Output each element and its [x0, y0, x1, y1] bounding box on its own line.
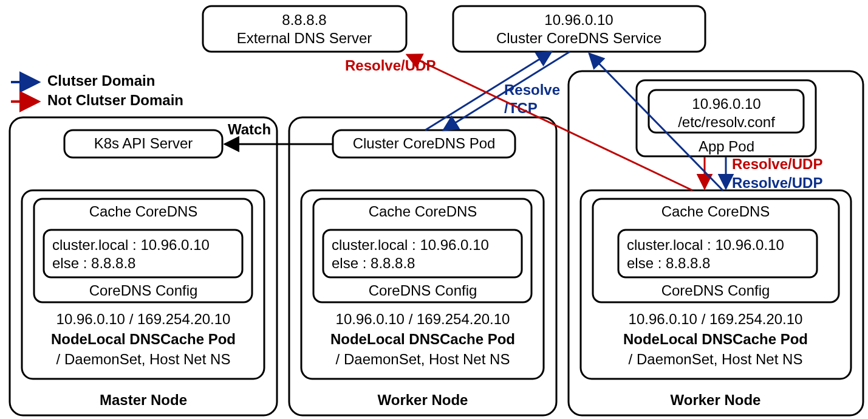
node-title-master: Master Node [100, 392, 187, 408]
cfg-line1-w1: cluster.local : 10.96.0.10 [332, 237, 489, 253]
label-resolve: Resolve [504, 81, 560, 98]
cache-label-2: Cache CoreDNS [369, 203, 477, 220]
podsub-w2: / DaemonSet, Host Net NS [629, 351, 803, 367]
cfg-line2-m: else : 8.8.8.8 [52, 255, 135, 271]
cfg-label-w1: CoreDNS Config [369, 282, 477, 299]
legend-cluster: Clutser Domain [47, 72, 155, 89]
cluster-service-ip: 10.96.0.10 [544, 12, 613, 28]
ips-m: 10.96.0.10 / 169.254.20.10 [56, 311, 231, 327]
cfg-line2-w1: else : 8.8.8.8 [332, 255, 415, 271]
label-udp-blue: Resolve/UDP [732, 175, 822, 191]
external-dns-label: External DNS Server [237, 30, 372, 46]
podname-m: NodeLocal DNSCache Pod [51, 331, 236, 347]
resolv-ip: 10.96.0.10 [692, 95, 760, 112]
ips-w1: 10.96.0.10 / 169.254.20.10 [336, 311, 510, 327]
label-watch: Watch [228, 121, 271, 137]
api-server-label: K8s API Server [94, 135, 193, 151]
nodelocal-worker-2: Cache CoreDNS cluster.local : 10.96.0.10… [581, 190, 851, 379]
ips-w2: 10.96.0.10 / 169.254.20.10 [629, 311, 803, 327]
cluster-service-label: Cluster CoreDNS Service [496, 30, 661, 46]
podsub-w1: / DaemonSet, Host Net NS [336, 351, 510, 367]
nodelocal-master: Cache CoreDNS cluster.local : 10.96.0.10… [22, 190, 264, 379]
label-udp-red: Resolve/UDP [732, 156, 822, 172]
cfg-line1-m: cluster.local : 10.96.0.10 [52, 237, 210, 253]
cfg-label-w2: CoreDNS Config [661, 282, 770, 299]
legend-not-cluster: Not Clutser Domain [47, 92, 183, 108]
cache-label-3: Cache CoreDNS [661, 203, 770, 220]
label-udp-ext: Resolve/UDP [345, 57, 436, 74]
cfg-line1-w2: cluster.local : 10.96.0.10 [627, 237, 784, 253]
nodelocal-worker-1: Cache CoreDNS cluster.local : 10.96.0.10… [301, 190, 544, 379]
podsub-m: / DaemonSet, Host Net NS [56, 351, 231, 367]
resolv-file: /etc/resolv.conf [678, 114, 775, 130]
app-pod-label: App Pod [699, 138, 754, 154]
podname-w1: NodeLocal DNSCache Pod [330, 331, 515, 347]
cfg-label-m: CoreDNS Config [89, 282, 198, 299]
cache-label-1: Cache CoreDNS [89, 203, 198, 220]
external-dns-ip: 8.8.8.8 [282, 12, 326, 28]
cluster-pod-label: Cluster CoreDNS Pod [353, 135, 496, 151]
podname-w2: NodeLocal DNSCache Pod [623, 331, 808, 347]
node-title-worker-2: Worker Node [671, 392, 761, 408]
cfg-line2-w2: else : 8.8.8.8 [627, 255, 710, 271]
node-title-worker-1: Worker Node [378, 392, 468, 408]
legend: Clutser Domain Not Clutser Domain [11, 72, 183, 108]
